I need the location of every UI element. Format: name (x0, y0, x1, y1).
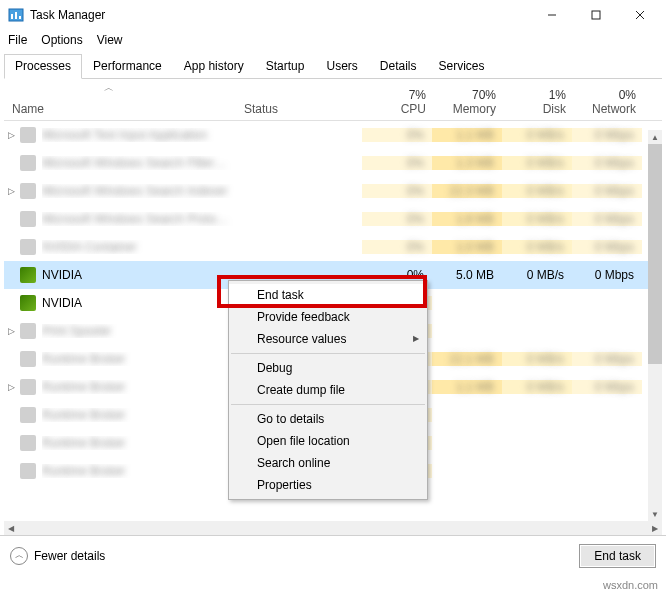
ctx-resource-values[interactable]: Resource values (229, 328, 427, 350)
expand-icon[interactable] (4, 354, 18, 364)
process-icon (20, 295, 36, 311)
ctx-separator (231, 404, 425, 405)
fewer-details-toggle[interactable]: ︿ Fewer details (10, 547, 579, 565)
table-row[interactable]: Microsoft Windows Search Proto…0%1.8 MB0… (4, 205, 662, 233)
cell-network: 0 Mbps (572, 268, 642, 282)
column-disk[interactable]: 1%Disk (504, 79, 574, 120)
ctx-debug[interactable]: Debug (229, 357, 427, 379)
cell-memory: 1.1 MB (432, 128, 502, 142)
cell-disk: 0 MB/s (502, 240, 572, 254)
ctx-create-dump[interactable]: Create dump file (229, 379, 427, 401)
tab-processes[interactable]: Processes (4, 54, 82, 79)
scroll-up-icon[interactable]: ▲ (648, 130, 662, 144)
cell-disk: 0 MB/s (502, 156, 572, 170)
expand-icon[interactable]: ▷ (4, 130, 18, 140)
menu-options[interactable]: Options (41, 33, 82, 47)
window-title: Task Manager (30, 8, 530, 22)
sort-indicator-icon: ︿ (104, 81, 114, 95)
cell-disk: 0 MB/s (502, 212, 572, 226)
process-icon (20, 323, 36, 339)
minimize-button[interactable] (530, 0, 574, 30)
scroll-left-icon[interactable]: ◀ (4, 521, 18, 535)
process-icon (20, 127, 36, 143)
cell-cpu: 0% (362, 184, 432, 198)
column-network[interactable]: 0%Network (574, 79, 644, 120)
process-icon (20, 407, 36, 423)
process-icon (20, 211, 36, 227)
process-name: NVIDIA Container (42, 240, 242, 254)
process-name: Microsoft Windows Search Indexer (42, 184, 242, 198)
expand-icon[interactable] (4, 242, 18, 252)
menu-bar: File Options View (0, 30, 666, 50)
expand-icon[interactable] (4, 298, 18, 308)
cell-cpu: 0% (362, 156, 432, 170)
process-name: NVIDIA (42, 296, 242, 310)
scroll-thumb[interactable] (648, 144, 662, 364)
expand-icon[interactable] (4, 466, 18, 476)
process-name: Microsoft Windows Search Filter… (42, 156, 242, 170)
tab-details[interactable]: Details (369, 54, 428, 79)
ctx-open-file-location[interactable]: Open file location (229, 430, 427, 452)
context-menu: End task Provide feedback Resource value… (228, 280, 428, 500)
cell-disk: 0 MB/s (502, 184, 572, 198)
app-icon (8, 7, 24, 23)
process-icon (20, 379, 36, 395)
tab-strip: Processes Performance App history Startu… (4, 54, 662, 79)
tab-startup[interactable]: Startup (255, 54, 316, 79)
scroll-down-icon[interactable]: ▼ (648, 507, 662, 521)
scroll-right-icon[interactable]: ▶ (648, 521, 662, 535)
ctx-provide-feedback[interactable]: Provide feedback (229, 306, 427, 328)
tab-users[interactable]: Users (315, 54, 368, 79)
process-icon (20, 183, 36, 199)
cell-disk: 0 MB/s (502, 352, 572, 366)
table-row[interactable]: Microsoft Windows Search Filter…0%1.3 MB… (4, 149, 662, 177)
watermark: wsxdn.com (603, 579, 658, 591)
cell-cpu: 0% (362, 128, 432, 142)
expand-icon[interactable] (4, 410, 18, 420)
expand-icon[interactable]: ▷ (4, 186, 18, 196)
column-memory[interactable]: 70%Memory (434, 79, 504, 120)
cell-memory: 1.0 MB (432, 240, 502, 254)
ctx-properties[interactable]: Properties (229, 474, 427, 496)
process-name: Runtime Broker (42, 408, 242, 422)
expand-icon[interactable] (4, 158, 18, 168)
table-row[interactable]: ▷Microsoft Windows Search Indexer0%22.3 … (4, 177, 662, 205)
svg-rect-2 (15, 12, 17, 19)
process-icon (20, 435, 36, 451)
process-icon (20, 239, 36, 255)
ctx-end-task[interactable]: End task (229, 284, 427, 306)
cell-memory: 22.3 MB (432, 184, 502, 198)
cell-disk: 0 MB/s (502, 380, 572, 394)
process-name: Microsoft Windows Search Proto… (42, 212, 242, 226)
column-name[interactable]: ︿ Name (4, 79, 244, 120)
expand-icon[interactable] (4, 270, 18, 280)
tab-services[interactable]: Services (428, 54, 496, 79)
expand-icon[interactable]: ▷ (4, 382, 18, 392)
column-cpu[interactable]: 7%CPU (364, 79, 434, 120)
maximize-button[interactable] (574, 0, 618, 30)
menu-view[interactable]: View (97, 33, 123, 47)
process-name: NVIDIA (42, 268, 242, 282)
table-row[interactable]: NVIDIA Container0%1.0 MB0 MB/s0 Mbps (4, 233, 662, 261)
ctx-separator (231, 353, 425, 354)
process-name: Runtime Broker (42, 352, 242, 366)
ctx-search-online[interactable]: Search online (229, 452, 427, 474)
table-row[interactable]: ▷Microsoft Text Input Application0%1.1 M… (4, 121, 662, 149)
column-status[interactable]: Status (244, 79, 364, 120)
cell-network: 0 Mbps (572, 156, 642, 170)
vertical-scrollbar[interactable]: ▲ ▼ (648, 130, 662, 521)
menu-file[interactable]: File (8, 33, 27, 47)
expand-icon[interactable] (4, 438, 18, 448)
svg-rect-1 (11, 14, 13, 19)
expand-icon[interactable]: ▷ (4, 326, 18, 336)
ctx-go-to-details[interactable]: Go to details (229, 408, 427, 430)
tab-app-history[interactable]: App history (173, 54, 255, 79)
close-button[interactable] (618, 0, 662, 30)
svg-rect-5 (592, 11, 600, 19)
cell-network: 0 Mbps (572, 184, 642, 198)
horizontal-scrollbar[interactable]: ◀ ▶ (4, 521, 662, 535)
expand-icon[interactable] (4, 214, 18, 224)
end-task-button[interactable]: End task (579, 544, 656, 568)
cell-memory: 5.0 MB (432, 268, 502, 282)
tab-performance[interactable]: Performance (82, 54, 173, 79)
